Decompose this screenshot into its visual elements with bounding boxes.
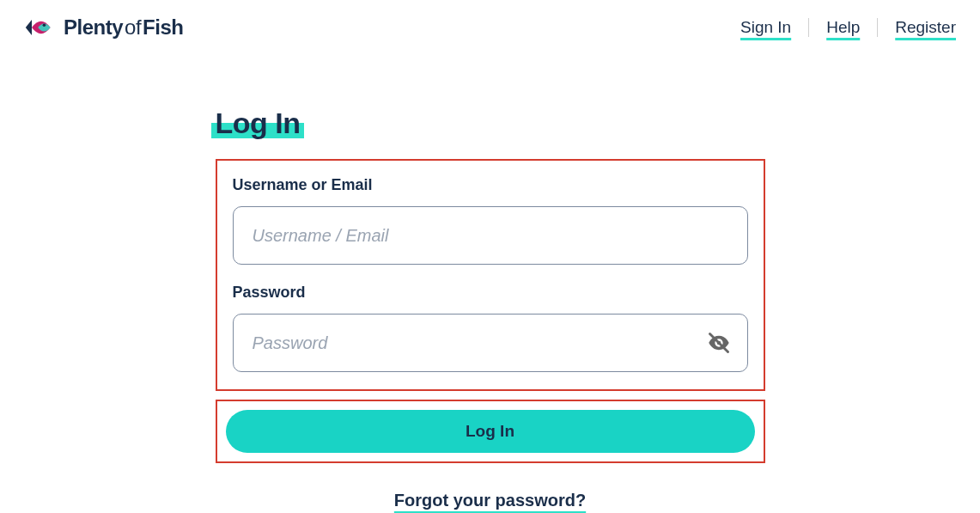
login-panel: Log In Username or Email Password Log In… [216, 107, 765, 510]
header: PlentyofFish Sign In Help Register [0, 0, 980, 55]
login-button[interactable]: Log In [226, 410, 755, 453]
signin-link[interactable]: Sign In [740, 18, 791, 37]
username-input[interactable] [233, 206, 748, 265]
eye-off-icon[interactable] [707, 331, 731, 355]
top-nav: Sign In Help Register [740, 18, 956, 37]
forgot-password-link[interactable]: Forgot your password? [394, 491, 586, 510]
password-input[interactable] [233, 314, 748, 372]
page-title: Log In [216, 107, 301, 140]
submit-box: Log In [216, 400, 765, 463]
brand-logo[interactable]: PlentyofFish [24, 12, 183, 43]
brand-text: PlentyofFish [64, 15, 183, 40]
help-link[interactable]: Help [826, 18, 860, 37]
nav-separator [808, 18, 809, 37]
svg-point-0 [43, 24, 46, 27]
fish-logo-icon [24, 12, 55, 43]
register-link[interactable]: Register [895, 18, 956, 37]
password-label: Password [233, 284, 748, 302]
credentials-box: Username or Email Password [216, 159, 765, 391]
username-label: Username or Email [233, 176, 748, 194]
forgot-row: Forgot your password? [216, 491, 765, 510]
nav-separator [877, 18, 878, 37]
